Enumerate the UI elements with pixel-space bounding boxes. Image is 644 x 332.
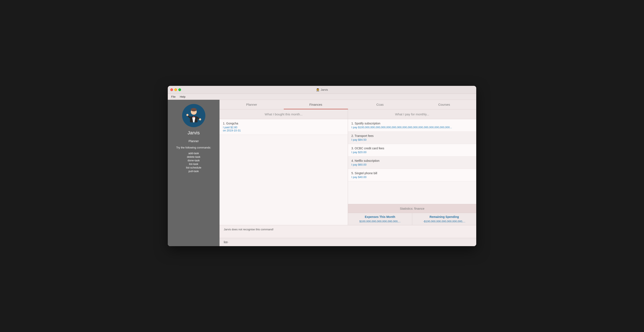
tab-ccas[interactable]: Ccas [348, 100, 412, 109]
menu-help[interactable]: Help [180, 95, 186, 98]
sidebar: Jarvis Planner Try the following command… [168, 100, 220, 246]
tab-courses[interactable]: Courses [412, 100, 476, 109]
window-title: 🤵 Jarvis [316, 88, 328, 91]
traffic-lights [170, 88, 181, 91]
output-text: Jarvis does not recognise this command! [224, 228, 274, 231]
sub-name-4: 5. Singtel phone bill [351, 171, 473, 175]
panel-left-header: What I bought this month... [220, 110, 348, 119]
panels: What I bought this month... 1. Gongcha I… [220, 110, 476, 225]
svg-point-8 [199, 118, 201, 120]
item-date: on 2019-10-31 [223, 129, 344, 132]
sub-item-1: 2. Transport fees I pay $84.50 [348, 132, 476, 144]
tab-finances[interactable]: Finances [284, 100, 348, 109]
svg-point-1 [191, 108, 197, 111]
svg-point-6 [186, 114, 188, 116]
sub-detail-1: I pay $84.50 [351, 138, 473, 141]
cmd-add-task: add-task [188, 152, 199, 155]
cmd-done-task: done-task [188, 159, 200, 162]
cmd-pull-task: pull-task [188, 169, 198, 173]
sub-detail-4: I pay $40.00 [351, 175, 473, 179]
output-area: Jarvis does not recognise this command! [220, 225, 476, 238]
stats-col-expenses-header: Expenses This Month [350, 215, 410, 218]
sub-item-2: 3. OCBC credit card fees I pay $20.00 [348, 144, 476, 157]
menu-bar: File Help [168, 94, 476, 100]
input-area[interactable] [220, 238, 476, 246]
panel-right-content: 1. Spotify subscription I pay $100,000,0… [348, 119, 476, 204]
jarvis-icon: 🤵 [316, 88, 320, 91]
menu-file[interactable]: File [171, 95, 176, 98]
stats-header: Statistics: finance [348, 204, 476, 213]
cmd-list-schedule: list-schedule [186, 166, 201, 169]
avatar [182, 104, 205, 127]
stats-col-expenses-value: $100,000,000,000,000,000,000,... [350, 220, 410, 223]
panel-right-header: What I pay for monthly... [348, 110, 476, 119]
avatar-icon [185, 107, 202, 124]
stats-section: Statistics: finance Expenses This Month … [348, 204, 476, 225]
panel-bought: What I bought this month... 1. Gongcha I… [220, 110, 348, 225]
title-bar: 🤵 Jarvis [168, 86, 476, 94]
cmd-delete-task: delete-task [187, 155, 200, 159]
panel-monthly: What I pay for monthly... 1. Spotify sub… [348, 110, 476, 225]
cmd-list-task: list-task [189, 163, 198, 166]
item-detail: I paid $2.80 [223, 126, 344, 129]
maximize-button[interactable] [178, 88, 181, 91]
bottom-area: Jarvis does not recognise this command! [220, 225, 476, 246]
close-button[interactable] [170, 88, 173, 91]
stats-col-remaining: Remaining Spending -$100,000,000,000,000… [412, 213, 476, 225]
sub-name-1: 2. Transport fees [351, 134, 473, 138]
sub-item-0: 1. Spotify subscription I pay $100,000,0… [348, 119, 476, 132]
sidebar-nav-label[interactable]: Planner [188, 140, 198, 143]
sub-detail-3: I pay $60.00 [351, 163, 473, 166]
main-layout: Jarvis Planner Try the following command… [168, 100, 476, 246]
sub-detail-0: I pay $100,000,000,000,000,000,000,000,0… [351, 126, 473, 129]
tabs: Planner Finances Ccas Courses [220, 100, 476, 110]
app-window: 🤵 Jarvis File Help [168, 86, 476, 246]
command-list: add-task delete-task done-task list-task… [186, 152, 201, 173]
stats-col-remaining-value: -$100,000,000,000,000,000,000,... [414, 220, 474, 223]
item-name: 1. Gongcha [223, 122, 344, 125]
tab-planner[interactable]: Planner [220, 100, 284, 109]
app-name-label: Jarvis [188, 130, 200, 136]
stats-col-remaining-header: Remaining Spending [414, 215, 474, 218]
stats-col-expenses: Expenses This Month $100,000,000,000,000… [348, 213, 412, 225]
sidebar-commands-intro: Try the following commands: [176, 146, 211, 150]
sub-item-3: 4. Netflix subscription I pay $60.00 [348, 157, 476, 169]
command-input[interactable] [224, 240, 472, 244]
sub-item-4: 5. Singtel phone bill I pay $40.00 [348, 169, 476, 181]
content-area: Planner Finances Ccas Courses What I bou… [220, 100, 476, 246]
sub-name-3: 4. Netflix subscription [351, 159, 473, 163]
list-item: 1. Gongcha I paid $2.80 on 2019-10-31 [220, 119, 348, 135]
sub-name-0: 1. Spotify subscription [351, 122, 473, 125]
sub-name-2: 3. OCBC credit card fees [351, 147, 473, 150]
stats-table: Expenses This Month $100,000,000,000,000… [348, 213, 476, 225]
minimize-button[interactable] [174, 88, 177, 91]
panel-left-content: 1. Gongcha I paid $2.80 on 2019-10-31 [220, 119, 348, 225]
sub-detail-2: I pay $20.00 [351, 151, 473, 154]
